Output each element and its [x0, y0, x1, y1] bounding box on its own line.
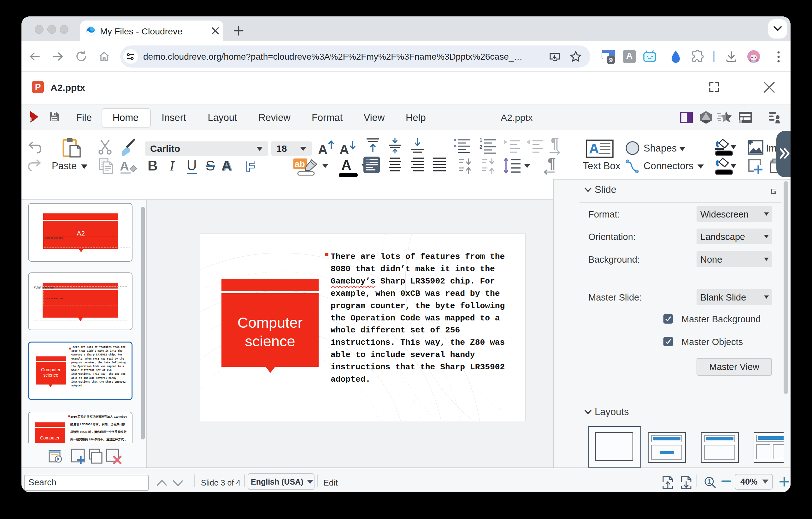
svg-text:ab: ab — [295, 159, 305, 169]
svg-text:9: 9 — [609, 56, 613, 63]
svg-text:2: 2 — [480, 144, 482, 150]
svg-text:A: A — [120, 159, 129, 173]
svg-text:1: 1 — [480, 138, 482, 143]
svg-text:A: A — [589, 141, 599, 156]
svg-text:1: 1 — [707, 477, 711, 486]
